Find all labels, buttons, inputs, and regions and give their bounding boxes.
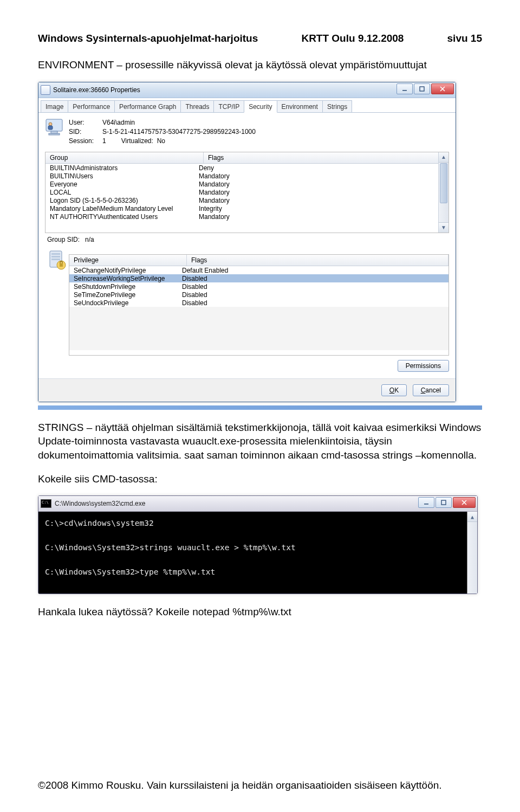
table-row[interactable]: SeUndockPrivilegeDisabled xyxy=(69,299,448,307)
maximize-button[interactable] xyxy=(414,83,430,94)
session-label: Session: xyxy=(69,137,102,146)
cmd-line xyxy=(45,530,471,542)
cmd-output[interactable]: C:\>cd\windows\system32 C:\Windows\Syste… xyxy=(38,512,477,593)
cmd-scrollbar[interactable]: ▲ xyxy=(467,512,477,593)
tab-performance[interactable]: Performance xyxy=(68,100,115,112)
table-row[interactable]: SeShutdownPrivilegeDisabled xyxy=(69,282,448,291)
svg-rect-0 xyxy=(402,90,407,91)
virtualized-value: No xyxy=(157,137,165,146)
tab-content: User: V64i\admin SID: S-1-5-21-411475757… xyxy=(38,113,456,378)
tab-strings[interactable]: Strings xyxy=(322,100,352,112)
svg-rect-12 xyxy=(60,263,63,267)
privileges-table: Privilege Flags SeChangeNotifyPrivilegeD… xyxy=(69,254,449,356)
page-header: Windows Sysinternals-apuohjelmat-harjoit… xyxy=(38,33,482,44)
dialog-title: Solitaire.exe:36660 Properties xyxy=(53,86,140,94)
groups-head-flags[interactable]: Flags xyxy=(204,152,448,163)
cmd-line: C:\>cd\windows\system32 xyxy=(45,517,471,529)
groups-scrollbar[interactable]: ▲ ▼ xyxy=(438,152,448,233)
dialog-titlebar[interactable]: Solitaire.exe:36660 Properties xyxy=(38,82,456,98)
paragraph-environment: ENVIRONMENT – prosessille näkyvissä olev… xyxy=(38,58,482,72)
group-sid-value: n/a xyxy=(85,236,94,243)
table-row[interactable]: NT AUTHORITY\Authenticated UsersMandator… xyxy=(46,212,448,221)
session-value: 1 xyxy=(102,137,106,146)
user-label: User: xyxy=(69,118,102,127)
app-icon xyxy=(41,85,50,95)
permissions-button[interactable]: Permissions xyxy=(398,360,449,372)
close-button[interactable] xyxy=(431,83,454,94)
cmd-line xyxy=(45,554,471,566)
cmd-minimize-button[interactable] xyxy=(418,497,434,508)
page-footer: ©2008 Kimmo Rousku. Vain kurssilaisteni … xyxy=(38,779,482,791)
priv-head-priv[interactable]: Privilege xyxy=(69,255,187,266)
tab-tcpip[interactable]: TCP/IP xyxy=(213,100,244,112)
user-value: V64i\admin xyxy=(102,118,135,127)
paragraph-strings: STRINGS – näyttää ohjelman sisältämiä te… xyxy=(38,421,482,462)
tab-threads[interactable]: Threads xyxy=(180,100,214,112)
table-row[interactable]: LOCALMandatory xyxy=(46,188,448,196)
header-left: Windows Sysinternals-apuohjelmat-harjoit… xyxy=(38,33,258,44)
virtualized-label: Virtualized: xyxy=(121,137,157,146)
cmd-window: C:\Windows\system32\cmd.exe C:\>cd\windo… xyxy=(38,495,478,594)
desktop-background-strip xyxy=(38,405,482,410)
groups-table: Group Flags BUILTIN\AdministratorsDenyBU… xyxy=(45,152,449,233)
svg-rect-13 xyxy=(424,504,428,505)
sid-value: S-1-5-21-4114757573-530477275-2989592243… xyxy=(102,127,256,137)
table-row[interactable]: SeChangeNotifyPrivilegeDefault Enabled xyxy=(69,266,448,274)
minimize-button[interactable] xyxy=(396,83,413,94)
cmd-maximize-button[interactable] xyxy=(435,497,452,508)
table-row[interactable]: BUILTIN\AdministratorsDeny xyxy=(46,164,448,172)
paragraph-try-cmd: Kokeile siis CMD-tasossa: xyxy=(38,472,482,486)
svg-rect-10 xyxy=(51,259,60,260)
cmd-line: C:\Windows\System32>type %tmp%\w.txt xyxy=(45,566,471,578)
svg-rect-3 xyxy=(51,131,57,133)
header-right: sivu 15 xyxy=(447,33,482,44)
svg-point-5 xyxy=(49,123,52,126)
user-icon xyxy=(45,118,63,137)
tab-perf-graph[interactable]: Performance Graph xyxy=(114,100,181,112)
tab-security[interactable]: Security xyxy=(244,100,277,113)
table-row[interactable]: Logon SID (S-1-5-5-0-263236)Mandatory xyxy=(46,196,448,204)
table-row[interactable]: Mandatory Label\Medium Mandatory LevelIn… xyxy=(46,204,448,212)
groups-head-group[interactable]: Group xyxy=(46,152,204,163)
properties-dialog: Solitaire.exe:36660 Properties Image Per… xyxy=(38,82,456,402)
table-row[interactable]: SeTimeZonePrivilegeDisabled xyxy=(69,291,448,299)
svg-rect-1 xyxy=(420,87,424,91)
cmd-titlebar[interactable]: C:\Windows\system32\cmd.exe xyxy=(38,496,477,512)
server-icon xyxy=(45,249,69,274)
svg-rect-14 xyxy=(441,500,446,505)
cmd-title: C:\Windows\system32\cmd.exe xyxy=(55,500,145,507)
tab-image[interactable]: Image xyxy=(41,100,68,112)
cancel-button[interactable]: Cancel xyxy=(413,384,449,396)
svg-rect-6 xyxy=(48,126,53,130)
svg-rect-8 xyxy=(51,253,60,255)
tab-strip: Image Performance Performance Graph Thre… xyxy=(38,98,456,113)
table-row[interactable]: BUILTIN\UsersMandatory xyxy=(46,172,448,180)
ok-button[interactable]: OK xyxy=(381,384,407,396)
sid-label: SID: xyxy=(69,127,102,137)
svg-rect-9 xyxy=(51,256,60,257)
cmd-close-button[interactable] xyxy=(453,497,476,508)
header-center: KRTT Oulu 9.12.2008 xyxy=(301,33,404,44)
tab-environment[interactable]: Environment xyxy=(277,100,323,112)
table-row[interactable]: SeIncreaseWorkingSetPrivilegeDisabled xyxy=(69,274,448,282)
cmd-line: C:\Windows\System32>strings wuauclt.exe … xyxy=(45,542,471,553)
group-sid-label: Group SID: xyxy=(47,236,80,243)
table-row[interactable]: EveryoneMandatory xyxy=(46,180,448,188)
priv-head-flags[interactable]: Flags xyxy=(187,255,448,266)
svg-rect-4 xyxy=(49,133,60,135)
cmd-icon xyxy=(41,499,51,508)
paragraph-notepad-hint: Hankala lukea näytössä? Kokeile notepad … xyxy=(38,605,482,619)
